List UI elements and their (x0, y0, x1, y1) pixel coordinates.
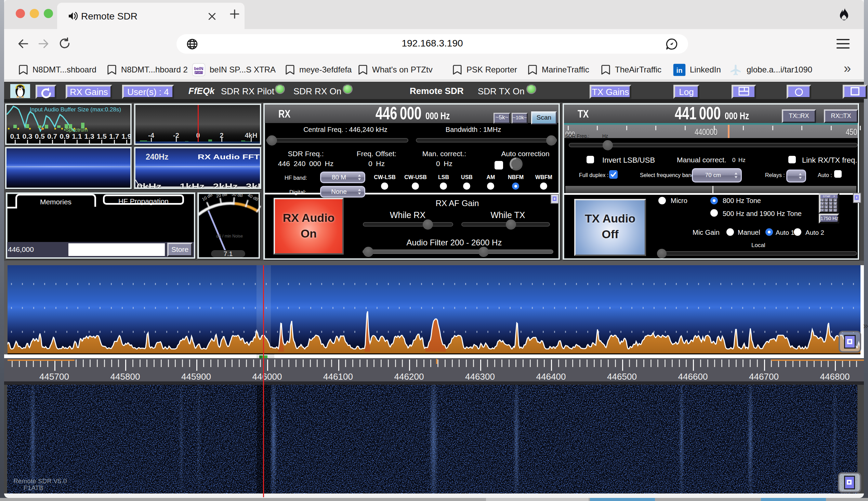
svg-text:20 dB: 20 dB (216, 194, 228, 199)
svg-text:40 dB: 40 dB (247, 194, 259, 202)
svg-text:in: in (677, 66, 683, 74)
svg-text:dB / min Noise: dB / min Noise (216, 234, 243, 238)
svg-text:Remote SDR V5.0: Remote SDR V5.0 (13, 477, 67, 484)
svg-text:10 dB: 10 dB (201, 194, 213, 202)
svg-text:beIN: beIN (194, 66, 203, 71)
svg-text:30 dB: 30 dB (231, 194, 243, 198)
svg-text:F1ATB: F1ATB (24, 484, 43, 491)
svg-text:SPORTS: SPORTS (194, 72, 203, 74)
